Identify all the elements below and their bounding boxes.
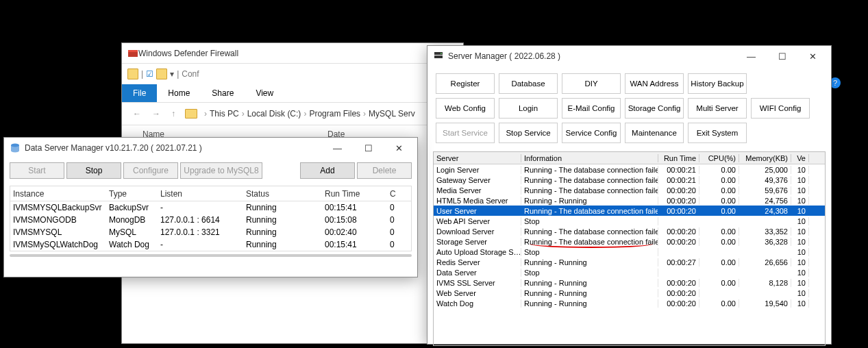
cell-runtime: 00:15:08 [322, 215, 387, 225]
cell-cpu: 0 [387, 215, 408, 225]
col-information[interactable]: Information [521, 154, 658, 162]
cell-cpu: 0.00 [699, 166, 739, 174]
table-row[interactable]: IVMSMYSQLBackupSvr BackupSvr - Running 0… [10, 201, 411, 214]
close-button[interactable]: ✕ [797, 47, 828, 66]
table-row[interactable]: IVMS SSL Server Running - Running 00:00:… [434, 277, 825, 288]
register-button[interactable]: Register [436, 73, 495, 94]
table-row[interactable]: Redis Server Running - Running 00:00:27 … [434, 257, 825, 267]
cell-server: HTML5 Media Server [434, 197, 521, 205]
history-backup-button[interactable]: History Backup [688, 73, 747, 94]
col-cpu[interactable]: CPU(%) [699, 154, 739, 162]
storage-config-button[interactable]: Storage Config [625, 98, 684, 119]
col-server[interactable]: Server [434, 154, 521, 162]
web-config-button[interactable]: Web Config [436, 98, 495, 119]
table-row[interactable]: IVMSMONGODB MonogDB 127.0.0.1 : 6614 Run… [10, 214, 411, 226]
database-button[interactable]: Database [499, 73, 558, 94]
chevron-right-icon[interactable]: › [204, 109, 207, 119]
close-button[interactable]: ✕ [384, 138, 414, 158]
wifi-config-button[interactable]: WIFI Config [751, 98, 810, 119]
stop-button[interactable]: Stop [66, 162, 121, 179]
maximize-button[interactable]: ☐ [767, 47, 797, 66]
quick-access-toolbar: | ☑ ▾ | Conf [122, 64, 463, 84]
cell-cpu: 0.00 [699, 176, 739, 184]
cell-server: Login Server [434, 166, 521, 174]
col-instance[interactable]: Instance [10, 189, 106, 199]
cell-runtime: 00:00:20 [658, 299, 699, 308]
crumb-localdisk[interactable]: Local Disk (C:) [247, 109, 301, 119]
crumb-programfiles[interactable]: Program Files [309, 109, 360, 119]
firewall-titlebar[interactable]: Windows Defender Firewall [122, 43, 463, 64]
cell-ve: 10 [791, 299, 809, 308]
crumb-thispc[interactable]: This PC [210, 109, 239, 119]
email-config-button[interactable]: E-Mail Config [562, 98, 621, 119]
col-memory[interactable]: Memory(KB) [739, 154, 791, 162]
col-cpu[interactable]: C [387, 189, 408, 199]
table-row[interactable]: IVMSMySQLWatchDog Watch Dog - Running 00… [10, 238, 411, 251]
multi-server-button[interactable]: Multi Server [688, 98, 747, 119]
chevron-right-icon[interactable]: › [242, 109, 245, 119]
table-row[interactable]: IVMSMYSQL MySQL 127.0.0.1 : 3321 Running… [10, 226, 411, 238]
svg-rect-4 [434, 55, 443, 58]
login-button[interactable]: Login [499, 98, 558, 119]
table-row[interactable]: HTML5 Media Server Running - Running 00:… [434, 195, 825, 206]
tab-view[interactable]: View [245, 84, 284, 102]
col-runtime[interactable]: Run Time [658, 154, 699, 162]
tab-file[interactable]: File [122, 84, 157, 102]
table-row[interactable]: Gateway Server Running - The database co… [434, 175, 825, 185]
folder-icon[interactable] [127, 69, 138, 79]
start-button[interactable]: Start [10, 162, 64, 179]
wan-address-button[interactable]: WAN Address [625, 73, 684, 94]
col-ve[interactable]: Ve [791, 154, 809, 162]
table-row[interactable]: Login Server Running - The database conn… [434, 164, 825, 175]
start-service-button[interactable]: Start Service [436, 123, 495, 143]
table-row[interactable]: Media Server Running - The database conn… [434, 185, 825, 195]
stop-service-button[interactable]: Stop Service [499, 123, 558, 143]
table-row[interactable]: User Server Running - The database conne… [434, 206, 825, 216]
col-status[interactable]: Status [243, 189, 322, 199]
configure-button[interactable]: Configure [123, 162, 178, 179]
nav-back-icon[interactable]: ← [127, 109, 147, 119]
cell-ve: 10 [791, 269, 809, 277]
chevron-right-icon[interactable]: › [303, 109, 306, 119]
maintenance-button[interactable]: Maintenance [625, 123, 684, 143]
table-row[interactable]: Web API Server Stop 10 [434, 216, 825, 226]
exit-system-button[interactable]: Exit System [688, 123, 747, 143]
cell-memory: 36,328 [739, 238, 791, 246]
app-icon [10, 142, 21, 153]
cell-server: Download Server [434, 227, 521, 236]
check-icon[interactable]: ☑ [146, 69, 153, 79]
diy-button[interactable]: DIY [562, 73, 621, 94]
folder-icon[interactable] [156, 69, 167, 79]
qat-dropdown-icon[interactable]: ▾ [170, 69, 174, 79]
dsm-hscrollbar[interactable] [10, 254, 412, 257]
col-type[interactable]: Type [106, 189, 158, 199]
nav-up-icon[interactable]: ↑ [166, 109, 181, 119]
minimize-button[interactable]: ― [736, 47, 767, 66]
sm-titlebar[interactable]: Server Manager ( 2022.06.28 ) ― ☐ ✕ [427, 46, 831, 66]
delete-button[interactable]: Delete [357, 162, 412, 179]
tab-home[interactable]: Home [157, 84, 201, 102]
cell-cpu: 0.00 [699, 238, 739, 246]
table-row[interactable]: Auto Upload Storage S… Stop 10 [434, 247, 825, 257]
cell-server: Data Server [434, 269, 521, 277]
crumb-mysql[interactable]: MySQL Serv [369, 109, 415, 119]
maximize-button[interactable]: ☐ [353, 138, 384, 158]
cell-type: BackupSvr [106, 203, 158, 212]
dsm-titlebar[interactable]: Data Server Manager v10.21.7.20 ( 2021.0… [4, 138, 417, 158]
cell-ve: 10 [791, 279, 809, 287]
table-row[interactable]: Download Server Running - The database c… [434, 226, 825, 236]
cell-listen: - [158, 240, 243, 249]
table-row[interactable]: Watch Dog Running - Running 00:00:20 0.0… [434, 298, 825, 308]
add-button[interactable]: Add [300, 162, 355, 179]
chevron-right-icon[interactable]: › [363, 109, 366, 119]
folder-icon[interactable] [185, 109, 197, 119]
cell-status: Running [243, 215, 322, 225]
minimize-button[interactable]: ― [322, 138, 353, 158]
tab-share[interactable]: Share [201, 84, 245, 102]
service-config-button[interactable]: Service Config [562, 123, 621, 143]
table-row[interactable]: Data Server Stop 10 [434, 267, 825, 277]
upgrade-button[interactable]: Upgrade to MySQL8 [180, 162, 262, 179]
table-row[interactable]: Web Server Running - Running 00:00:20 10 [434, 288, 825, 298]
col-runtime[interactable]: Run Time [322, 189, 387, 199]
col-listen[interactable]: Listen [158, 189, 243, 199]
